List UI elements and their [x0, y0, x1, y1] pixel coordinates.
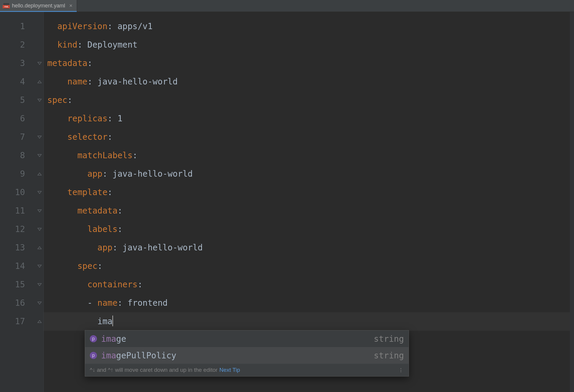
completion-item[interactable]: pimagestring: [85, 330, 409, 347]
code-line[interactable]: spec:: [44, 91, 574, 109]
close-tab-icon[interactable]: ×: [69, 3, 73, 9]
yaml-file-icon: YML: [3, 3, 10, 9]
line-number: 11: [0, 202, 36, 220]
fold-toggle-icon[interactable]: [36, 54, 43, 73]
line-number: 4: [0, 73, 36, 91]
code-line[interactable]: template:: [44, 183, 574, 202]
line-number: 1: [0, 17, 36, 36]
line-number: 16: [0, 294, 36, 312]
code-line[interactable]: app: java-hello-world: [44, 239, 574, 257]
code-line[interactable]: apiVersion: apps/v1: [44, 17, 574, 36]
fold-toggle-icon[interactable]: [36, 294, 43, 312]
code-line[interactable]: kind: Deployment: [44, 36, 574, 54]
line-number: 3: [0, 54, 36, 73]
completion-name: image: [101, 334, 374, 344]
fold-toggle-icon[interactable]: [36, 239, 43, 257]
scrollbar[interactable]: [570, 12, 574, 392]
fold-toggle-icon[interactable]: [36, 128, 43, 146]
footer-shortcut: ^↓ and ^↑: [90, 367, 113, 373]
line-number: 10: [0, 183, 36, 202]
code-line[interactable]: - name: frontend: [44, 294, 574, 312]
line-number: 6: [0, 109, 36, 128]
completion-popup: pimagestringpimagePullPolicystring ^↓ an…: [85, 330, 409, 377]
fold-spacer: [36, 109, 43, 128]
fold-toggle-icon[interactable]: [36, 165, 43, 183]
code-line[interactable]: ima: [44, 312, 574, 331]
line-number: 12: [0, 220, 36, 239]
code-line[interactable]: labels:: [44, 220, 574, 239]
completion-name: imagePullPolicy: [101, 351, 374, 360]
editor-tab[interactable]: YML hello.deployment.yaml ×: [0, 0, 77, 12]
fold-spacer: [36, 36, 43, 54]
more-icon[interactable]: ⋮: [399, 367, 404, 373]
line-number: 13: [0, 239, 36, 257]
fold-toggle-icon[interactable]: [36, 91, 43, 109]
code-line[interactable]: metadata:: [44, 202, 574, 220]
fold-toggle-icon[interactable]: [36, 275, 43, 294]
fold-toggle-icon[interactable]: [36, 73, 43, 91]
line-number: 9: [0, 165, 36, 183]
line-number-gutter: 1234567891011121314151617: [0, 12, 36, 392]
line-number: 7: [0, 128, 36, 146]
property-badge-icon: p: [90, 352, 97, 359]
line-number: 2: [0, 36, 36, 54]
code-line[interactable]: containers:: [44, 275, 574, 294]
line-number: 17: [0, 312, 36, 331]
tab-bar: YML hello.deployment.yaml ×: [0, 0, 574, 12]
completion-type: string: [374, 334, 404, 344]
code-line[interactable]: app: java-hello-world: [44, 165, 574, 183]
fold-toggle-icon[interactable]: [36, 220, 43, 239]
fold-toggle-icon[interactable]: [36, 202, 43, 220]
code-line[interactable]: name: java-hello-world: [44, 73, 574, 91]
property-badge-icon: p: [90, 335, 97, 342]
line-number: 8: [0, 146, 36, 165]
code-line[interactable]: spec:: [44, 257, 574, 275]
code-line[interactable]: metadata:: [44, 54, 574, 73]
fold-spacer: [36, 17, 43, 36]
tab-filename: hello.deployment.yaml: [12, 3, 65, 9]
fold-toggle-icon[interactable]: [36, 257, 43, 275]
completion-type: string: [374, 351, 404, 360]
fold-toggle-icon[interactable]: [36, 183, 43, 202]
completion-footer: ^↓ and ^↑ will move caret down and up in…: [85, 364, 409, 376]
code-line[interactable]: matchLabels:: [44, 146, 574, 165]
fold-toggle-icon[interactable]: [36, 312, 43, 331]
footer-text: will move caret down and up in the edito…: [115, 367, 217, 373]
line-number: 15: [0, 275, 36, 294]
code-line[interactable]: replicas: 1: [44, 109, 574, 128]
next-tip-link[interactable]: Next Tip: [219, 367, 240, 373]
line-number: 5: [0, 91, 36, 109]
line-number: 14: [0, 257, 36, 275]
fold-gutter: [36, 12, 43, 392]
code-line[interactable]: selector:: [44, 128, 574, 146]
completion-item[interactable]: pimagePullPolicystring: [85, 347, 409, 364]
text-caret: [112, 316, 113, 326]
fold-toggle-icon[interactable]: [36, 146, 43, 165]
